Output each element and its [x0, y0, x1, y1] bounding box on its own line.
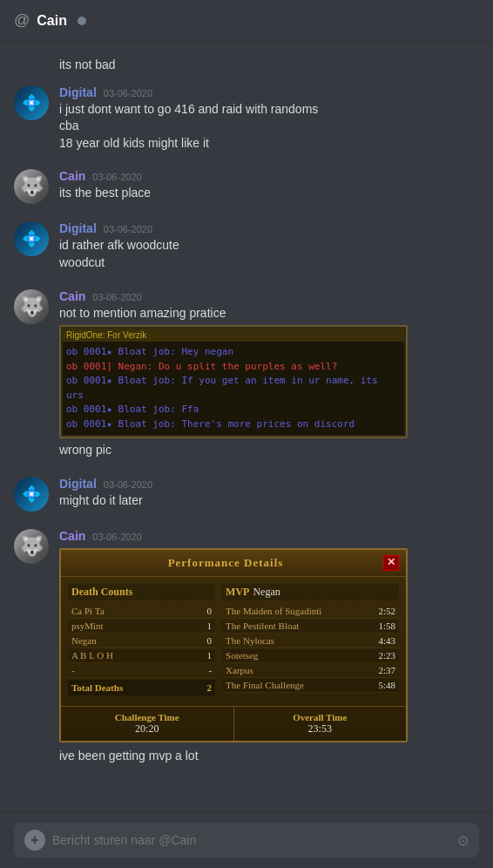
- total-deaths-label: Total Deaths: [71, 682, 123, 693]
- boss-time: 2:52: [378, 606, 395, 616]
- boss-time: 4:43: [378, 635, 395, 646]
- username: Digital: [59, 221, 97, 235]
- total-deaths-row: Total Deaths 2: [68, 680, 215, 695]
- perf-modal-close-button[interactable]: ✕: [383, 555, 399, 571]
- boss-name: The Nylocas: [226, 635, 274, 646]
- avatar: [14, 221, 49, 256]
- message-text: i just dont want to go 416 and raid with…: [59, 101, 479, 119]
- message-input-wrapper: + ⊙: [14, 823, 479, 858]
- message-header: Cain 03-06-2020: [59, 529, 479, 543]
- avatar: [14, 85, 49, 120]
- challenge-time-label: Challenge Time: [64, 712, 230, 722]
- table-row: Ca Pi Ta 0: [68, 604, 215, 619]
- message-content: Cain 03-06-2020 Performance Details ✕ De…: [59, 529, 479, 765]
- boss-name: The Maiden of Sugadinti: [226, 606, 321, 616]
- message-text: its the best place: [59, 185, 479, 202]
- username: Digital: [59, 477, 97, 491]
- boss-row: Sotetseg 2:23: [222, 648, 399, 663]
- message-text: might do it later: [59, 492, 479, 510]
- message-group: Digital 03-06-2020 id rather afk woodcut…: [14, 218, 479, 275]
- table-row: Negan 0: [68, 634, 215, 648]
- game-screenshot-embed: RigidOne: For Verzik ob 0001★ Bloat job:…: [59, 325, 408, 438]
- message-header: Cain 03-06-2020: [59, 169, 479, 183]
- boss-name: Sotetseg: [226, 650, 258, 661]
- boss-time: 2:37: [378, 665, 395, 675]
- screenshot-line: ob 0001★ Bloat job: If you get an item i…: [66, 374, 401, 403]
- username: Digital: [59, 85, 97, 99]
- message-continuation: its not bad: [14, 56, 479, 75]
- mvp-header: MVP Negan: [222, 584, 399, 600]
- timestamp: 03-06-2020: [92, 532, 141, 542]
- message-content: Digital 03-06-2020 might do it later: [59, 477, 479, 510]
- screenshot-body: ob 0001★ Bloat job: Hey negan ob 0001] N…: [63, 342, 404, 435]
- username: Cain: [59, 169, 85, 183]
- message-text: cba: [59, 118, 479, 135]
- timestamp: 03-06-2020: [104, 479, 152, 490]
- death-count: 1: [194, 650, 212, 661]
- overall-time-block: Overall Time 23:53: [234, 707, 407, 741]
- message-content: Cain 03-06-2020 its the best place: [59, 169, 479, 202]
- boss-time: 2:23: [378, 650, 395, 661]
- overall-time-label: Overall Time: [238, 712, 403, 722]
- username: Cain: [59, 289, 85, 303]
- message-text: id rather afk woodcute: [59, 237, 479, 254]
- message-group: Digital 03-06-2020 i just dont want to g…: [14, 82, 479, 156]
- avatar: [14, 477, 49, 512]
- message-content: Digital 03-06-2020 i just dont want to g…: [59, 85, 479, 153]
- perf-footer: Challenge Time 20:20 Overall Time 23:53: [61, 706, 406, 741]
- perf-modal-title: Performance Details: [68, 556, 383, 570]
- boss-row: The Pestilent Bloat 1:58: [222, 619, 399, 634]
- boss-name: The Pestilent Bloat: [226, 620, 299, 631]
- boss-time: 1:58: [378, 620, 395, 631]
- death-count: -: [194, 665, 212, 675]
- challenge-time-value: 20:20: [64, 722, 230, 736]
- player-name: A B L O H: [71, 650, 113, 661]
- user-status-indicator: [78, 17, 86, 25]
- mvp-section: MVP Negan The Maiden of Sugadinti 2:52 T…: [222, 584, 399, 695]
- boss-row: Xarpus 2:37: [222, 663, 399, 678]
- message-header: Digital 03-06-2020: [59, 85, 479, 99]
- message-input-area: + ⊙: [0, 811, 493, 868]
- message-content: Digital 03-06-2020 id rather afk woodcut…: [59, 221, 479, 271]
- boss-time: 5:48: [378, 680, 395, 690]
- emoji-icon[interactable]: ⊙: [457, 832, 469, 849]
- boss-name: The Final Challenge: [226, 680, 304, 690]
- message-group: Cain 03-06-2020 Performance Details ✕ De…: [14, 526, 479, 769]
- death-count: 1: [194, 620, 212, 631]
- screenshot-line: ob 0001] Negan: Do u split the purples a…: [66, 360, 401, 375]
- message-group: Cain 03-06-2020 its the best place: [14, 166, 479, 207]
- boss-row: The Nylocas 4:43: [222, 634, 399, 648]
- messages-container: its not bad Digital 03-06-2020 i just do…: [0, 42, 493, 848]
- message-content: Cain 03-06-2020 not to mention amazing p…: [59, 289, 479, 459]
- death-count: 0: [194, 606, 212, 616]
- avatar: [14, 529, 49, 564]
- message-input[interactable]: [52, 833, 450, 847]
- boss-row: The Final Challenge 5:48: [222, 678, 399, 693]
- add-attachment-button[interactable]: +: [24, 830, 45, 851]
- perf-modal-body: Death Counts Ca Pi Ta 0 psyMint 1 Negan …: [61, 577, 406, 702]
- message-group: Digital 03-06-2020 might do it later: [14, 473, 479, 515]
- message-text: woodcut: [59, 254, 479, 272]
- timestamp: 03-06-2020: [92, 172, 141, 182]
- player-name: -: [71, 665, 75, 675]
- death-count: 0: [194, 635, 212, 646]
- channel-header: @ Cain: [0, 0, 493, 42]
- dm-icon: @: [14, 11, 30, 30]
- message-group: Cain 03-06-2020 not to mention amazing p…: [14, 286, 479, 463]
- avatar: [14, 289, 49, 324]
- screenshot-line: ob 0001★ Bloat job: Hey negan: [66, 345, 401, 360]
- username: Cain: [59, 529, 85, 543]
- message-text: ive been getting mvp a lot: [59, 748, 479, 765]
- screenshot-line: ob 0001★ Bloat job: Ffa: [66, 403, 401, 417]
- challenge-time-block: Challenge Time 20:20: [61, 707, 234, 741]
- timestamp: 03-06-2020: [104, 88, 152, 98]
- player-name: Negan: [71, 635, 97, 646]
- avatar: [14, 169, 49, 204]
- death-table-header: Death Counts: [68, 584, 215, 600]
- message-header: Digital 03-06-2020: [59, 477, 479, 491]
- player-name: psyMint: [71, 620, 104, 631]
- table-row: A B L O H 1: [68, 648, 215, 663]
- message-header: Cain 03-06-2020: [59, 289, 479, 303]
- channel-name: Cain: [37, 13, 67, 29]
- table-row: - -: [68, 663, 215, 678]
